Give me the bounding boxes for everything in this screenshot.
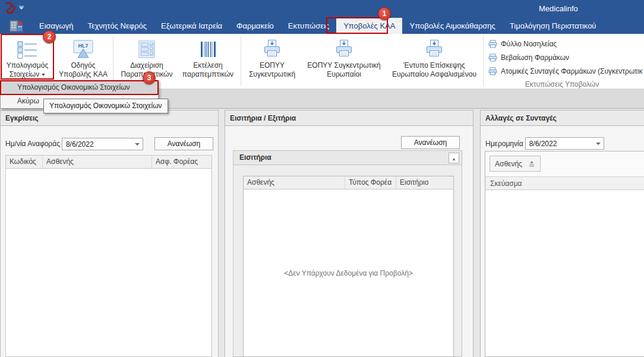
admissions-grid: Ασθενής Τύπος Φορέα Εισιτήριο <Δεν Υπάρχ… <box>243 176 454 357</box>
calc-elements-button[interactable]: Υπολογισμός Στοιχείων <box>1 36 54 84</box>
column-header-typos-forea[interactable]: Τύπος Φορέα <box>345 176 396 189</box>
button-label: παραπεμπτικών <box>182 70 233 79</box>
execute-referrals-button[interactable]: Εκτέλεση παραπεμπτικών <box>179 36 237 84</box>
report-date-combobox[interactable]: 8/6/2022 <box>62 138 143 150</box>
column-header-foreas[interactable]: Ασφ. Φορέας <box>152 156 211 168</box>
printer-icon <box>488 40 497 48</box>
button-label: Έντυπο Επίσκεψης <box>403 61 465 70</box>
button-label: Οδηγός <box>71 61 95 70</box>
button-label: Ευρωπαίου Ασφαλισμένου <box>392 70 476 79</box>
prescription-changes-grid: Ασθενής Σκεύασμα <box>485 151 644 357</box>
tab-ypovoles-aimokatharsis[interactable]: Υποβολές Αιμοκάθαρσης <box>402 18 502 34</box>
annotation-badge-2: 2 <box>43 30 56 43</box>
ribbon-separator <box>113 36 113 86</box>
titlebar: Medicalinfo <box>0 0 644 18</box>
approvals-refresh-button[interactable]: Ανανέωση <box>154 137 213 150</box>
tab-exoterika-iatreia[interactable]: Εξωτερικά Ιατρεία <box>154 18 229 34</box>
approvals-grid: Κωδικός Ασθενής Ασφ. Φορέας <box>5 155 212 357</box>
tab-ypovoles-kaa[interactable]: Υποβολές ΚΑΑ <box>336 18 402 34</box>
button-label: Συγκεντρωτική <box>249 70 295 79</box>
prescription-changes-grid-body <box>485 190 644 356</box>
annotation-badge-1: 1 <box>378 7 391 20</box>
tab-eisagogi[interactable]: Εισαγωγή <box>32 18 80 34</box>
app-logo-icon <box>3 1 17 17</box>
svg-text:HL7: HL7 <box>78 43 88 49</box>
column-header-asthenis[interactable]: Ασθενής <box>43 156 152 168</box>
admissions-panel: Εισιτήρια / Εξιτήρια Ανανέωση Εισιτήρια … <box>225 110 473 357</box>
button-label: Υπολογισμός <box>7 61 49 70</box>
european-visit-form-button[interactable]: Έντυπο Επίσκεψης Ευρωπαίου Ασφαλισμένου <box>388 36 481 84</box>
prescription-changes-title: Αλλαγές σε Συνταγές <box>481 110 644 126</box>
admissions-panel-title: Εισιτήρια / Εξιτήρια <box>225 110 473 126</box>
approvals-grid-body <box>6 169 211 356</box>
admissions-group-bar: Εισιτήρια <box>233 150 462 165</box>
button-label: Υποβολής ΚΑΑ <box>59 70 108 79</box>
ribbon-group-label: Εκτυπώσεις Υποβολών <box>487 80 637 89</box>
date-value: 8/6/2022 <box>529 140 557 148</box>
medication-certificate-print-button[interactable]: Βεβαίωση Φαρμάκων <box>488 50 569 64</box>
chevron-down-icon <box>135 143 140 146</box>
eopyy-summary-button[interactable]: ΕΟΠΥΥ Συγκεντρωτική <box>244 36 300 84</box>
quick-access-dropdown-icon[interactable] <box>19 6 24 10</box>
group-by-panel: Ασθενής <box>485 151 644 176</box>
button-label: Ατομικές Συνταγές Φαρμάκων (Συγκεντρωτικ <box>501 67 643 75</box>
button-label: Διαχείριση <box>130 61 163 70</box>
group-by-label: Ασθενής <box>495 160 522 168</box>
tab-farmakeio[interactable]: Φαρμακείο <box>229 18 281 34</box>
button-label: ΕΟΠΥΥ <box>260 61 285 70</box>
printer-icon <box>488 53 497 62</box>
button-label: Βεβαίωση Φαρμάκων <box>501 53 569 62</box>
tab-texnitos-nefros[interactable]: Τεχνητός Νεφρός <box>80 18 154 34</box>
printer-icon <box>488 67 497 75</box>
printer-icon <box>262 37 282 61</box>
printer-icon <box>334 37 354 61</box>
app-window: Medicalinfo Εισαγωγή Τεχνητός Νεφρός Εξω… <box>0 0 644 357</box>
tooltip: Υπολογισμός Οικονομικώ Στοιχείων <box>43 99 168 113</box>
barcode-icon <box>199 37 217 61</box>
checklist-icon <box>17 37 38 61</box>
tab-timologisi-peristatikou[interactable]: Τιμολόγηση Περιστατικού <box>503 18 604 34</box>
window-title: Medicalinfo <box>539 4 578 13</box>
admissions-group-title: Εισιτήρια <box>239 153 272 162</box>
column-header-skeyasma[interactable]: Σκεύασμα <box>485 176 644 190</box>
individual-prescriptions-print-button[interactable]: Ατομικές Συνταγές Φαρμάκων (Συγκεντρωτικ <box>488 64 643 78</box>
ribbon-tab-bar: Εισαγωγή Τεχνητός Νεφρός Εξωτερικά Ιατρε… <box>0 18 644 34</box>
button-label: Στοιχείων <box>10 70 39 78</box>
admissions-refresh-button[interactable]: Ανανέωση <box>401 136 460 149</box>
approvals-panel: Εγκρίσεις Ημ/νία Αναφοράς 8/6/2022 Ανανέ… <box>0 110 219 357</box>
menu-item-calc-economic-elements[interactable]: Υπολογισμός Οικονομικώ Στοιχείων <box>1 81 158 94</box>
printer-icon <box>424 37 444 61</box>
report-date-label: Ημ/νία Αναφοράς <box>5 140 60 148</box>
no-data-message: <Δεν Υπάρχουν Δεδομένα για Προβολή> <box>244 189 453 356</box>
button-label: Εκτέλεση <box>193 61 223 70</box>
column-header-eisitirio[interactable]: Εισιτήριο <box>396 176 453 189</box>
eopyy-summary-europeans-button[interactable]: ΕΟΠΥΥ Συγκεντρωτική Ευρωπαίοι <box>302 36 386 84</box>
chevron-down-icon <box>596 143 601 145</box>
hl7-monitor-icon: HL7 <box>72 37 94 61</box>
group-by-asthenis-button[interactable]: Ασθενής <box>490 156 541 172</box>
column-header-asthenis[interactable]: Ασθενής <box>244 176 345 189</box>
prescription-changes-panel: Αλλαγές σε Συνταγές Ημερομηνία 8/6/2022 … <box>480 110 644 357</box>
column-header-kodikos[interactable]: Κωδικός <box>6 156 43 168</box>
button-label: ΕΟΠΥΥ Συγκεντρωτική <box>307 61 380 70</box>
kaa-submission-wizard-button[interactable]: HL7 Οδηγός Υποβολής ΚΑΑ <box>56 36 111 84</box>
nursing-sheet-print-button[interactable]: Φύλλο Νοσηλείας <box>488 37 557 50</box>
referral-form-icon <box>137 37 157 61</box>
ribbon-separator <box>483 36 484 86</box>
tab-ektyposeis[interactable]: Εκτυπώσεις <box>281 18 336 34</box>
date-label: Ημερομηνία <box>485 140 523 148</box>
date-combobox[interactable]: 8/6/2022 <box>525 137 604 150</box>
collapse-icon[interactable] <box>449 153 459 163</box>
report-date-value: 8/6/2022 <box>66 140 94 149</box>
annotation-badge-3: 3 <box>143 71 156 84</box>
sort-ascending-icon <box>528 160 535 167</box>
button-label: Ευρωπαίοι <box>327 70 361 79</box>
button-label: Φύλλο Νοσηλείας <box>501 40 557 48</box>
chevron-down-icon <box>42 74 45 76</box>
hospital-building-icon <box>8 20 24 33</box>
ribbon-separator <box>241 36 241 86</box>
application-menu-button[interactable] <box>0 18 32 34</box>
